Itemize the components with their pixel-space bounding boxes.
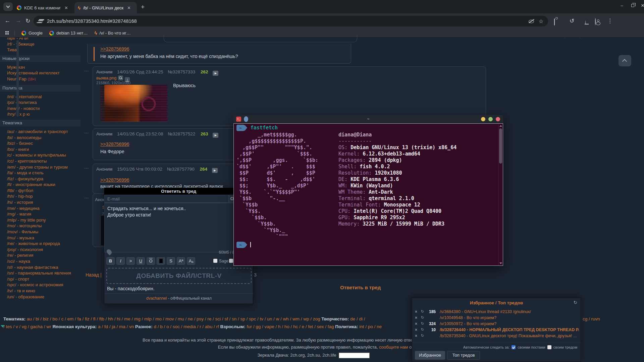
- browser-tab-2ch[interactable]: ϟ /b/ - GNU/Linux десктоп ✕: [74, 2, 137, 13]
- footer-board-links[interactable]: / tes / v / vg / gacha / wr: [3, 324, 51, 329]
- sidebar-scrollbar-thumb[interactable]: [16, 40, 19, 117]
- reply-backlink[interactable]: >>328756996: [100, 141, 129, 147]
- sidebar-item-re[interactable]: /re/ - религия: [7, 252, 80, 258]
- reply-to-thread-link[interactable]: Ответить в тред: [340, 285, 381, 290]
- eye-off-icon[interactable]: [528, 18, 534, 24]
- overline-button[interactable]: O: [147, 257, 155, 265]
- underline-button[interactable]: U: [137, 257, 145, 265]
- refresh-icon[interactable]: ↻: [421, 321, 424, 326]
- terminal-titlebar[interactable]: >_ ~: [233, 115, 503, 123]
- follow-own-thread-checkbox[interactable]: [547, 345, 551, 349]
- reply-backlink[interactable]: >>328756996: [100, 177, 129, 183]
- sidebar-item-ne[interactable]: /ne/ - животные и природа: [7, 241, 80, 247]
- sidebar-item-spc[interactable]: /spc/ - космос и астрономия: [7, 282, 80, 288]
- forward-button[interactable]: →: [15, 17, 21, 24]
- remove-icon[interactable]: ×: [415, 309, 417, 314]
- sidebar-item-mov[interactable]: /mov/ - Фильмы: [7, 229, 80, 235]
- window-restore-button[interactable]: [628, 1, 637, 9]
- history-icon[interactable]: ↺: [570, 17, 574, 24]
- post-image-thumbnail[interactable]: [100, 85, 167, 122]
- refresh-icon[interactable]: ↻: [421, 327, 424, 332]
- apps-grid-icon[interactable]: [5, 31, 9, 35]
- kebab-menu-icon[interactable]: ⋮: [607, 17, 613, 24]
- refresh-icon[interactable]: ↻: [421, 309, 424, 314]
- tab-favorites[interactable]: Избранное: [415, 351, 445, 360]
- reply-form-titlebar[interactable]: Ответить в тред: [104, 188, 253, 195]
- remove-icon[interactable]: ×: [415, 327, 417, 332]
- sidebar-item-me[interactable]: /me/ - медицина: [7, 205, 80, 212]
- tripcode-checkbox[interactable]: [229, 259, 233, 263]
- address-bar[interactable]: 2ch.su/b/res/328735340.html#328748168 ☆: [34, 16, 548, 26]
- new-tab-button[interactable]: +: [141, 3, 145, 11]
- sidebar-item-mu[interactable]: /mu/ - музыка: [7, 235, 80, 241]
- post-number[interactable]: №328757333: [168, 69, 195, 74]
- post-number[interactable]: №328757522: [168, 131, 195, 136]
- sidebar-item-cc[interactable]: /cc/ - криптовалюты: [7, 158, 80, 164]
- window-minimize-button[interactable]: –: [617, 1, 627, 9]
- post-menu-dots[interactable]: ⋯: [84, 68, 89, 73]
- scroll-down-chevron-icon[interactable]: [1, 325, 5, 327]
- sidebar-item-mo[interactable]: /mo/ - мотоциклы: [7, 223, 80, 229]
- shell-prompt-current[interactable]: ~: [236, 242, 251, 248]
- sidebar-item-bo[interactable]: /bo/ - книги: [7, 146, 80, 153]
- email-field[interactable]: [104, 195, 228, 203]
- sidebar-item-fiz[interactable]: /fiz/ - физкультура: [7, 176, 80, 182]
- sidebar-item-fa[interactable]: /fa/ - мода и стиль: [7, 170, 80, 176]
- remove-icon[interactable]: ×: [415, 315, 417, 320]
- sidebar-item-c[interactable]: /c/ - комиксы и мультфильмы: [7, 152, 80, 158]
- tab-top-threads[interactable]: Топ тредов: [447, 351, 480, 360]
- browser-tab-kde[interactable]: KDE 6 как изменить цве ✕: [13, 2, 72, 13]
- italic-button[interactable]: I: [116, 257, 125, 265]
- scrollbar-thumb[interactable]: [499, 128, 502, 164]
- sidebar-item-tv[interactable]: /tv/ - тв и кино: [7, 288, 80, 294]
- sidebar-item-em[interactable]: /em/ - другие страны и туризм: [7, 164, 80, 170]
- sidebar-item-mlp[interactable]: /mlp/ - my little pony: [7, 217, 80, 223]
- sidebar-item-un[interactable]: /un/ - образование: [7, 294, 80, 300]
- quote-button[interactable]: >: [126, 257, 135, 265]
- play-post-icon[interactable]: ▶: [213, 71, 218, 76]
- footer-board-links[interactable]: fur / gg / vape / h / ho / hc / e / fet …: [247, 324, 334, 329]
- footer-board-links[interactable]: de / di /: [350, 316, 365, 321]
- strike-button[interactable]: S: [167, 257, 175, 265]
- spoiler-button[interactable]: [157, 257, 165, 265]
- sidebar-item-sp[interactable]: /sp/ - спорт: [7, 276, 80, 282]
- post-menu-dots[interactable]: ⋯: [84, 130, 89, 135]
- superscript-button[interactable]: Aª: [177, 257, 185, 265]
- tab-close-icon[interactable]: ✕: [63, 5, 69, 10]
- remove-icon[interactable]: ×: [415, 321, 417, 326]
- tab-search-button[interactable]: [3, 2, 13, 11]
- zoom-image-icon[interactable]: [118, 75, 123, 80]
- bookmark-google[interactable]: Google: [21, 31, 43, 36]
- maximize-circle-button[interactable]: [488, 117, 493, 121]
- bold-button[interactable]: B: [106, 257, 115, 265]
- favorite-thread-link[interactable]: /s/3684380 - GNU+Linux thread #2133 /gnu…: [440, 309, 531, 314]
- scroll-to-top-button[interactable]: [619, 55, 631, 66]
- favorite-thread-link[interactable]: /b/328726440 - НОРМАЛЬНЫЙ ДЕСКТОП ТРЕД D…: [440, 327, 579, 332]
- sidebar-item-fl[interactable]: /fl/ - иностранные языки: [7, 182, 80, 188]
- sidebar-item-sci[interactable]: /sci/ - наука: [7, 258, 80, 264]
- sidebar-item-sn[interactable]: /sn/ - паранормальные явления: [7, 270, 80, 276]
- reply-backlink[interactable]: >>328756996: [100, 46, 129, 52]
- bookmark-star-icon[interactable]: ☆: [539, 18, 543, 24]
- url-text[interactable]: 2ch.su/b/res/328735340.html#328748168: [47, 18, 137, 24]
- footer-board-links[interactable]: int / po / ne: [359, 324, 382, 329]
- post-number[interactable]: №328757790: [167, 167, 195, 172]
- back-link[interactable]: Назад |: [86, 272, 102, 278]
- footer-board-links[interactable]: d / b / o / soc / media / r / abu / rf: [154, 324, 219, 329]
- favorite-thread-link[interactable]: /v/10050972 - Во что играем?: [440, 321, 496, 326]
- downloads-icon[interactable]: ↓: [584, 18, 587, 25]
- comment-textarea[interactable]: Страдать хочеться... и не хочеться.. Доб…: [104, 203, 254, 252]
- sidebar-item-psy[interactable]: /psy/ - психология: [7, 247, 80, 253]
- play-post-icon[interactable]: ▶: [212, 168, 218, 173]
- footer-board-links[interactable]: a / fd / ja / ma / vn: [98, 324, 134, 329]
- extensions-puzzle-icon[interactable]: [554, 19, 555, 25]
- channel-link[interactable]: dvachannel: [146, 296, 167, 301]
- site-settings-tune-icon[interactable]: [38, 19, 43, 23]
- play-post-icon[interactable]: ▶: [213, 133, 218, 138]
- mirror-input-field[interactable]: [339, 353, 370, 358]
- scroll-up-arrow-icon[interactable]: [499, 125, 502, 127]
- scroll-down-arrow-icon[interactable]: [499, 262, 502, 264]
- follow-own-posts-checkbox[interactable]: [512, 345, 516, 349]
- footer-board-links[interactable]: au / bi / biz / bo / c / em / fa / fiz /…: [27, 316, 320, 321]
- refresh-icon[interactable]: ↻: [574, 300, 577, 305]
